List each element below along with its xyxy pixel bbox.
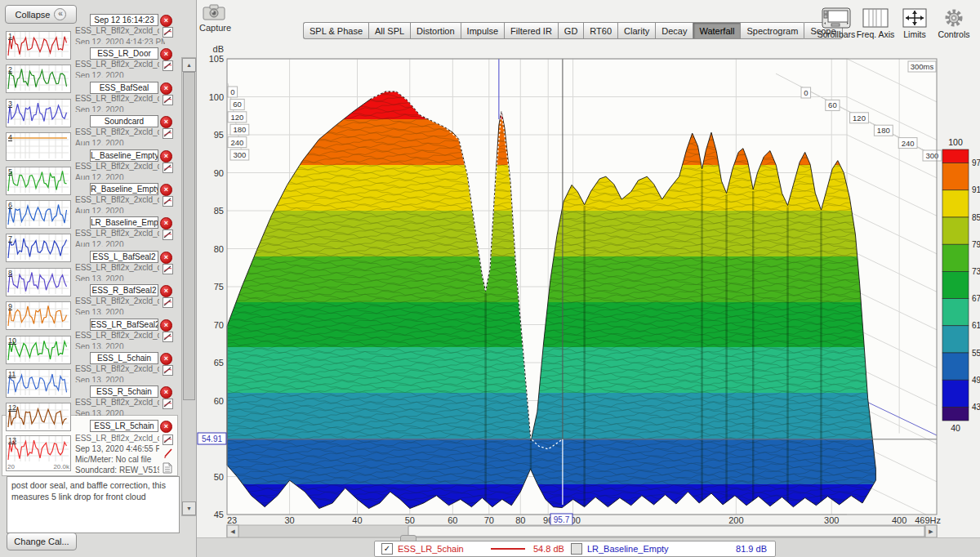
cal-file-icon[interactable] [163,331,173,341]
measurement-number: 6 [8,201,12,209]
cal-file-icon[interactable] [163,195,173,206]
tool-freq-axis-button[interactable]: Freq. Axis [856,7,895,39]
measurement-thumbnail[interactable]: 132020.0k [6,435,71,471]
legend-checkbox-2[interactable] [571,543,582,555]
delete-measurement-button[interactable]: × [160,252,172,264]
delete-measurement-button[interactable]: × [160,15,172,27]
cal-file-icon[interactable] [163,434,173,444]
legend-checkbox-1[interactable]: ✓ [381,543,393,555]
collapse-panel-button[interactable]: Collapse « [5,5,77,24]
tab-rt60[interactable]: RT60 [583,22,617,39]
cal-file-icon[interactable] [163,60,173,70]
cal-file-icon[interactable] [163,162,173,172]
delete-measurement-button[interactable]: × [160,48,172,60]
svg-text:95.7: 95.7 [554,515,570,524]
svg-text:120: 120 [853,114,866,123]
measurement-name-input[interactable]: ESS_LR_Door [90,47,158,60]
cal-file-icon[interactable] [163,127,173,138]
measurement-thumbnail[interactable]: 2 [6,65,71,93]
measurement-name-input[interactable]: ESS_L_5chain [90,352,158,364]
cal-file-icon[interactable] [163,263,173,274]
measurement-name-input[interactable]: LR_Baseline_Empty [90,216,158,229]
tab-decay[interactable]: Decay [655,22,693,39]
measurement-name-input[interactable]: L_Baseline_Empty [90,149,158,162]
sidebar-scrollbar-thumb[interactable] [183,72,195,400]
cal-file-icon[interactable] [163,26,173,37]
tab-waterfall[interactable]: Waterfall [693,22,740,39]
camera-icon [202,3,226,21]
change-cal-button[interactable]: Change Cal... [7,532,77,550]
thumb-axis-min: 20 [7,463,15,470]
svg-text:73: 73 [972,267,980,276]
h-scrollbar-thumb[interactable] [408,526,924,537]
measurement-thumbnail[interactable]: 5 [6,167,71,195]
svg-text:55: 55 [972,349,980,358]
tab-clarity[interactable]: Clarity [617,22,655,39]
svg-text:105: 105 [209,54,224,64]
capture-button[interactable]: Capture [199,3,229,33]
delete-measurement-button[interactable]: × [160,82,172,95]
tab-all-spl[interactable]: All SPL [368,22,410,39]
delete-measurement-button[interactable]: × [160,353,172,365]
sidebar-scrollbar[interactable]: ▲ ▼ [181,57,197,516]
measurement-number: 10 [8,336,16,345]
svg-text:80: 80 [214,244,224,254]
cal-file-icon[interactable] [163,94,173,105]
measurement-thumbnail[interactable]: 8 [6,268,71,296]
measurement-name-input[interactable]: ESS_LR_BafSeal2 [90,319,158,331]
cal-file-icon[interactable] [163,398,173,408]
tab-gd[interactable]: GD [558,22,584,39]
delete-measurement-button[interactable]: × [160,421,172,433]
cal-file-icon[interactable] [163,364,173,375]
measurement-name-input[interactable]: ESS_LR_5chain [90,420,158,432]
measurement-name-input[interactable]: R_Baseline_Empty [90,183,158,195]
tool-limits-button[interactable]: Limits [895,7,934,39]
pencil-icon[interactable] [163,447,173,457]
delete-measurement-button[interactable]: × [160,217,172,229]
delete-measurement-button[interactable]: × [160,116,172,128]
measurement-thumbnail[interactable]: 3 [6,99,71,127]
tool-controls-button[interactable]: Controls [934,7,973,39]
measurement-thumbnail[interactable]: 10 [6,336,71,364]
measurement-name-input[interactable]: ESS_R_5chain [90,385,158,398]
measurement-name-input[interactable]: ESS_BafSeal [90,82,158,94]
delete-measurement-button[interactable]: × [160,319,172,332]
measurement-number: 1 [8,32,12,40]
tab-impulse[interactable]: Impulse [461,22,505,39]
measurement-thumbnail[interactable]: 6 [6,200,71,229]
measurement-thumbnail[interactable]: 1 [6,31,71,60]
measurement-date: Aug 12, 2020 [75,139,165,145]
delete-measurement-button[interactable]: × [160,184,172,196]
svg-text:75: 75 [214,282,224,292]
tab-distortion[interactable]: Distortion [410,22,460,39]
cal-file-icon[interactable] [163,296,173,307]
measurement-name-input[interactable]: Soundcard [90,115,158,127]
tab-spectrogram[interactable]: Spectrogram [740,22,804,39]
scroll-down-icon[interactable]: ▼ [182,501,196,515]
svg-text:97: 97 [972,158,980,167]
delete-measurement-button[interactable]: × [160,150,172,163]
cal-file-icon[interactable] [163,229,173,239]
measurements-panel: Collapse « Sep 12 16:14:23×ESS_LR_Bfl2x_… [0,0,197,557]
tab-filtered-ir[interactable]: Filtered IR [504,22,558,39]
svg-text:200: 200 [728,515,743,525]
delete-measurement-button[interactable]: × [160,285,172,297]
measurement-name-input[interactable]: Sep 12 16:14:23 [90,14,158,26]
measurement-thumbnail[interactable]: 4 [6,132,71,161]
measurement-name-input[interactable]: ESS_R_BafSeal2 [90,284,158,296]
tool-scrollbars-button[interactable]: Scrollbars [817,7,856,39]
limits-icon [895,7,934,29]
tab-spl-phase[interactable]: SPL & Phase [303,22,368,39]
measurement-name-input[interactable]: ESS_L_BafSeal2 [90,251,158,263]
notes-icon[interactable] [163,462,173,473]
measurement-thumbnail[interactable]: 9 [6,301,71,330]
scroll-up-icon[interactable]: ▲ [182,58,196,72]
svg-text:80: 80 [515,515,525,525]
measurement-thumbnail[interactable]: 11 [6,369,71,398]
measurement-thumbnail[interactable]: 7 [6,234,71,262]
delete-measurement-button[interactable]: × [160,386,172,399]
measurement-thumbnail[interactable]: 12 [6,403,71,431]
measurement-notes[interactable]: post door seal, and baffle correction, t… [7,476,180,533]
measurement-filename: ESS_LR_Bfl2x_2xcld_dc [75,195,159,204]
plot-h-scrollbar[interactable]: ◀▶ [227,525,937,537]
